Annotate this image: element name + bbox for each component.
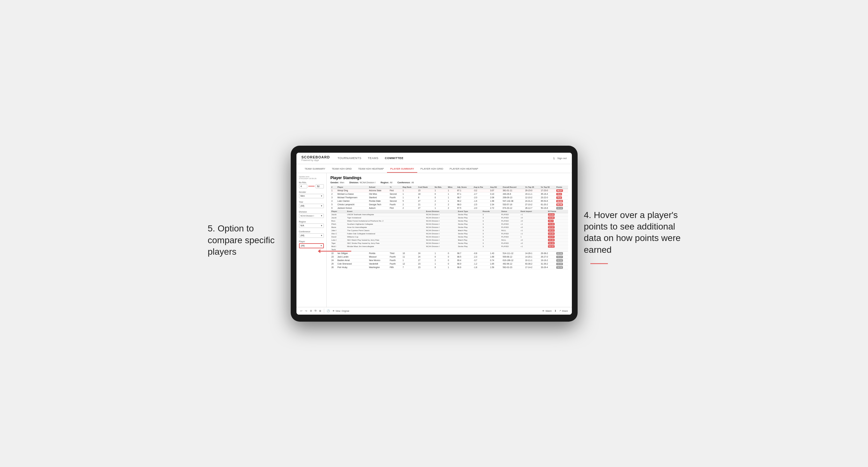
w-points-badge[interactable]: 10.47 — [548, 236, 555, 238]
w-points-badge[interactable]: 24.11 — [548, 229, 555, 232]
table-row: 3 Michael Thorbjornsen Stanford Fourth 1… — [331, 196, 568, 199]
sub-nav-team-summary[interactable]: TEAM SUMMARY — [302, 167, 329, 173]
cell-exp-player: Alex C — [331, 232, 346, 235]
sub-nav-team-h2h-grid[interactable]: TEAM H2H GRID — [329, 167, 355, 173]
cell-exp-wpoints[interactable]: 25.36 — [547, 239, 568, 242]
cell-points[interactable]: 38.49 — [555, 266, 568, 269]
w-points-badge[interactable]: 56.18 — [548, 242, 555, 245]
list-item: Tiger SEC Stroke Play hosted by Jerry Pa… — [331, 242, 568, 245]
points-badge[interactable]: 76.3 — [556, 193, 562, 195]
cell-points[interactable]: 70.2 — [555, 196, 568, 199]
sub-nav: TEAM SUMMARY TEAM H2H GRID TEAM H2H HEAT… — [297, 164, 572, 173]
cell-vs50: 26-27-0 — [540, 255, 555, 258]
cell-points[interactable]: 60.58 — [555, 251, 568, 255]
points-badge-gray[interactable]: 40.02 — [556, 259, 563, 262]
no-rds-max-input[interactable] — [316, 184, 324, 188]
view-original-button[interactable]: 👁 View: Original — [333, 310, 349, 312]
chevron-down-icon: ▾ — [321, 195, 322, 197]
cell-exp-status: PLAYED — [500, 213, 520, 216]
sidebar-conference: Conference (All) ▾ — [299, 230, 324, 238]
cell-exp-event: Wake Forest Invitational at Pinehurst No… — [346, 219, 425, 222]
table-body: 1 Wenyi Ding Arizona State First 1 15 1 … — [331, 189, 568, 269]
cell-exp-event: The Cypress Point Classic — [346, 229, 425, 232]
cell-points[interactable]: 40.02 — [555, 258, 568, 262]
cell-exp-wpoints[interactable]: 07.57 — [547, 226, 568, 229]
cell-exp-wpoints[interactable]: 10.47 — [547, 235, 568, 239]
sign-out-link[interactable]: Sign out — [557, 157, 566, 160]
gender-value: Men — [301, 195, 305, 197]
cell-points[interactable]: 88.94 — [555, 199, 568, 203]
cell-exp-wpoints[interactable]: 56.18 — [547, 242, 568, 245]
col-reg-rank: Reg Rank — [402, 186, 417, 189]
sub-nav-player-h2h-heatmap[interactable]: PLAYER H2H HEATMAP — [446, 167, 482, 173]
points-badge[interactable]: 88.94 — [556, 200, 563, 203]
points-badge[interactable]: 80.49 — [556, 204, 563, 206]
watch-button[interactable]: 👁 Watch — [542, 310, 552, 312]
points-badge-gray[interactable]: 40.27 — [556, 256, 563, 258]
cell-exp-rank: +0 — [520, 216, 547, 219]
cell-exp-rank: +1 — [520, 222, 547, 226]
no-rds-min-input[interactable] — [299, 184, 307, 188]
cell-points[interactable]: 40.27 — [555, 255, 568, 258]
nav-tournaments[interactable]: TOURNAMENTS — [338, 157, 362, 160]
cell-exp-status — [500, 248, 520, 251]
sub-nav-player-summary[interactable]: PLAYER SUMMARY — [387, 167, 417, 173]
cell-exp-wpoints[interactable]: 20.64 — [547, 213, 568, 216]
cell-exp-rank: +0 — [520, 242, 547, 245]
cell-exp-wpoints[interactable]: 24.11 — [547, 229, 568, 232]
download-icon[interactable]: ⬇ — [554, 310, 557, 312]
cell-vs25: 28-12-7 — [524, 206, 540, 210]
w-points-badge[interactable]: 73.33 — [548, 223, 555, 225]
points-badge[interactable]: 70.2 — [556, 196, 562, 199]
cell-points[interactable]: 39.95 — [555, 262, 568, 266]
sub-nav-player-h2h-grid[interactable]: PLAYER H2H GRID — [417, 167, 446, 173]
cell-vs25: 17-14-2 — [524, 266, 540, 269]
w-points-badge[interactable]: 25.36 — [548, 239, 555, 241]
cell-exp-wpoints[interactable]: 66.40 — [547, 245, 568, 248]
cell-points[interactable]: 68.18 — [555, 206, 568, 210]
points-badge-gray[interactable]: 39.95 — [556, 263, 563, 265]
cell-exp-wpoints[interactable]: 53.60 — [547, 216, 568, 219]
sub-nav-team-h2h-heatmap[interactable]: TEAM H2H HEATMAP — [355, 167, 387, 173]
w-points-badge[interactable]: 46.7 — [548, 220, 554, 222]
cell-points[interactable]: 80.49 — [555, 203, 568, 206]
clock-icon[interactable]: 🕐 — [327, 310, 330, 312]
points-badge[interactable]: 88.27 — [556, 189, 563, 192]
layout-icon[interactable]: ⊞ — [319, 310, 321, 312]
cell-wins: 1 — [447, 196, 456, 199]
cell-player: Cole Sherwood — [337, 262, 368, 266]
gender-select[interactable]: Men ▾ — [299, 194, 324, 198]
points-badge-gray[interactable]: 60.58 — [556, 252, 563, 255]
cell-vs25: 27-10-2 — [524, 203, 540, 206]
share-button[interactable]: ↗ Share — [559, 310, 568, 312]
cell-rds: 1 — [434, 189, 447, 192]
cell-exp-type: Stroke Play — [457, 232, 482, 235]
settings-icon[interactable]: ⚙ — [310, 310, 312, 312]
points-badge-gray[interactable]: 68.18 — [556, 207, 563, 210]
cell-yr: First — [389, 189, 402, 192]
copy-icon[interactable]: ⧉ — [315, 309, 316, 312]
cell-points[interactable]: 88.27 — [555, 189, 568, 192]
region-select[interactable]: N/A ▾ — [299, 223, 324, 228]
nav-committee[interactable]: COMMITTEE — [385, 157, 404, 160]
cell-exp-wpoints[interactable]: 16.50 — [547, 232, 568, 235]
cell-exp-status: PLAYED — [500, 216, 520, 219]
undo-icon[interactable]: ↩ — [300, 310, 303, 312]
division-label: Division — [299, 211, 324, 213]
w-points-badge[interactable]: 07.57 — [548, 226, 555, 228]
nav-teams[interactable]: TEAMS — [368, 157, 379, 160]
conference-select[interactable]: (All) ▾ — [299, 234, 324, 238]
year-select[interactable]: (All) ▾ — [299, 204, 324, 208]
cell-exp-status: PLAYED — [500, 242, 520, 245]
points-badge-gray[interactable]: 38.49 — [556, 266, 563, 269]
redo-icon[interactable]: ↪ — [305, 310, 307, 312]
division-select[interactable]: NCAA Division I ▾ — [299, 214, 324, 218]
w-points-badge[interactable]: 20.64 — [548, 213, 555, 216]
cell-exp-wpoints[interactable]: 46.7 — [547, 219, 568, 222]
w-points-badge[interactable]: 66.40 — [548, 245, 555, 248]
cell-points[interactable]: 76.3 — [555, 192, 568, 196]
w-points-badge[interactable]: 53.60 — [548, 216, 555, 219]
w-points-badge[interactable]: 16.50 — [548, 232, 555, 235]
cell-exp-div: NCAA Division I — [425, 222, 457, 226]
cell-exp-wpoints[interactable]: 73.33 — [547, 222, 568, 226]
